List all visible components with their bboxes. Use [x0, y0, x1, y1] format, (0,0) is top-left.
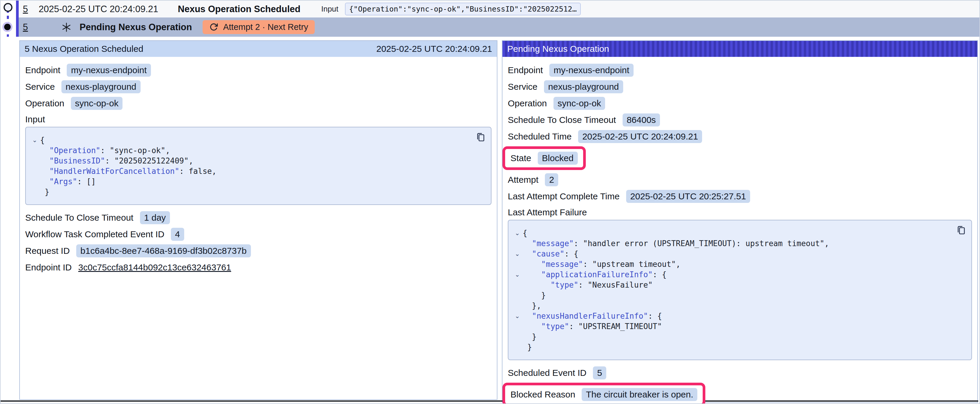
code-line: ⌄ "applicationFailureInfo": {	[512, 269, 951, 280]
field-attempt: Attempt2	[508, 173, 972, 187]
code-text: "nexusHandlerFailureInfo": {	[523, 311, 662, 322]
collapse-chevron-icon[interactable]: ⌄	[29, 135, 40, 146]
field-schedule-to-close-timeout: Schedule To Close Timeout86400s	[508, 113, 972, 127]
copy-icon[interactable]	[475, 131, 486, 143]
json-key: "message"	[523, 260, 583, 269]
field-value-badge: nexus-playground	[544, 80, 623, 93]
code-line: ⌄ "cause": {	[512, 249, 951, 259]
json-key: "cause"	[523, 249, 565, 258]
code-text: "cause": {	[523, 249, 578, 259]
field-endpoint-id: Endpoint ID3c0c75ccfa8144b092c13ce632463…	[25, 261, 492, 274]
event-name: Nexus Operation Scheduled	[178, 4, 301, 14]
failure-section-label: Last Attempt Failure	[508, 208, 972, 217]
failure-json-lines: ⌄{ "message": "handler error (UPSTREAM_T…	[512, 228, 951, 352]
code-line: }	[512, 332, 951, 342]
field-label: Service	[25, 82, 55, 92]
code-text: }	[523, 342, 532, 352]
annotation-highlight-state: StateBlocked	[503, 146, 586, 170]
input-section-label: Input	[25, 114, 492, 124]
field-value-badge: sync-op-ok	[71, 97, 123, 110]
pending-card-body: Endpointmy-nexus-endpointServicenexus-pl…	[503, 57, 977, 404]
scheduled-fields-top: Endpointmy-nexus-endpointServicenexus-pl…	[25, 63, 492, 110]
collapse-chevron-icon[interactable]: ⌄	[512, 249, 523, 259]
event-row-pending[interactable]: 5 Pending Nexus Operation	[19, 17, 979, 37]
pending-asterisk-icon	[61, 22, 72, 33]
field-workflow-task-completed-event-id: Workflow Task Completed Event ID4	[25, 228, 492, 241]
annotation-highlight-blocked-reason: Blocked ReasonThe circuit breaker is ope…	[503, 383, 705, 404]
code-text: {	[40, 135, 45, 146]
code-line: "Args": []	[29, 176, 470, 187]
code-line: ⌄{	[29, 135, 470, 146]
input-preview-badge[interactable]: {"Operation":"sync-op-ok","BusinessID":"…	[345, 3, 581, 16]
field-schedule-to-close-timeout: Schedule To Close Timeout1 day	[25, 211, 492, 225]
json-key: "Args"	[40, 177, 77, 186]
retry-icon	[209, 22, 218, 32]
field-label: Blocked Reason	[511, 390, 575, 399]
code-line: "BusinessID": "20250225122409",	[29, 156, 470, 166]
retry-attempt-text: Attempt 2 · Next Retry	[223, 22, 308, 32]
timeline-dashed-connector	[7, 10, 9, 37]
field-request-id: Request IDb1c6a4bc-8ee7-468a-9169-df3b02…	[25, 244, 492, 258]
code-line: "HandlerWaitForCancellation": false,	[29, 166, 470, 176]
pending-fields-top: Endpointmy-nexus-endpointServicenexus-pl…	[508, 63, 972, 203]
input-json-viewer: ⌄{ "Operation": "sync-op-ok", "BusinessI…	[25, 127, 492, 205]
rows-container: 5 2025-02-25 UTC 20:24:09.21 Nexus Opera…	[19, 1, 979, 37]
input-label: Input	[321, 5, 339, 14]
code-text: "Operation": "sync-op-ok",	[40, 146, 170, 156]
field-endpoint: Endpointmy-nexus-endpoint	[25, 63, 492, 77]
field-label: Operation	[508, 98, 547, 108]
field-operation: Operationsync-op-ok	[508, 97, 972, 110]
collapse-chevron-icon[interactable]: ⌄	[512, 311, 523, 322]
scheduled-card-header: 5 Nexus Operation Scheduled 2025-02-25 U…	[20, 41, 497, 57]
scheduled-card-title: 5 Nexus Operation Scheduled	[25, 44, 143, 54]
code-line: }	[512, 342, 951, 352]
field-service: Servicenexus-playground	[25, 80, 492, 93]
copy-icon[interactable]	[955, 225, 967, 236]
json-key: "BusinessID"	[40, 156, 105, 165]
field-scheduled-event-id: Scheduled Event ID5	[508, 366, 972, 380]
event-history-rows: 5 2025-02-25 UTC 20:24:09.21 Nexus Opera…	[1, 1, 979, 37]
field-label: Endpoint	[508, 65, 543, 75]
event-detail-panels: 5 Nexus Operation Scheduled 2025-02-25 U…	[19, 40, 979, 403]
code-text: }	[523, 332, 536, 342]
code-line: }	[29, 187, 470, 197]
field-value-link[interactable]: 3c0c75ccfa8144b092c13ce632463761	[78, 262, 231, 273]
code-text: {	[523, 228, 527, 238]
pending-operation-card: Pending Nexus Operation Endpointmy-nexus…	[502, 40, 978, 403]
code-line: "message": "upstream timeout",	[512, 259, 951, 269]
code-text: "BusinessID": "20250225122409",	[40, 156, 193, 166]
json-key: "nexusHandlerFailureInfo"	[523, 312, 648, 320]
field-value-badge: The circuit breaker is open.	[582, 388, 697, 401]
field-value-badge: 2025-02-25 UTC 20:25:27.51	[626, 190, 750, 203]
field-state: StateBlocked	[508, 146, 972, 170]
code-text: }	[523, 290, 546, 301]
field-label: Service	[508, 82, 538, 92]
field-value-badge: b1c6a4bc-8ee7-468a-9169-df3b02c8737b	[76, 244, 251, 257]
pending-card-header: Pending Nexus Operation	[503, 41, 977, 57]
collapse-chevron-icon[interactable]: ⌄	[512, 269, 523, 280]
json-key: "message"	[523, 239, 574, 248]
event-timestamp: 2025-02-25 UTC 20:24:09.21	[38, 4, 158, 14]
code-line: }	[512, 290, 951, 301]
pending-fields-bottom: Scheduled Event ID5Blocked ReasonThe cir…	[508, 366, 972, 404]
retry-attempt-badge: Attempt 2 · Next Retry	[203, 20, 315, 34]
code-text: }	[40, 187, 49, 197]
event-row-scheduled[interactable]: 5 2025-02-25 UTC 20:24:09.21 Nexus Opera…	[19, 1, 979, 17]
field-last-attempt-complete-time: Last Attempt Complete Time2025-02-25 UTC…	[508, 190, 972, 203]
timeline-gutter	[1, 1, 17, 37]
field-label: Last Attempt Complete Time	[508, 191, 620, 201]
json-key: "Operation"	[40, 146, 100, 155]
code-line: },	[512, 301, 951, 311]
field-value-badge: 2	[545, 173, 558, 186]
collapse-chevron-icon[interactable]: ⌄	[512, 228, 523, 238]
field-value-badge: Blocked	[538, 152, 578, 165]
event-id-link[interactable]: 5	[23, 22, 28, 33]
field-label: Schedule To Close Timeout	[25, 213, 134, 223]
scheduled-card-body: Endpointmy-nexus-endpointServicenexus-pl…	[20, 57, 497, 274]
field-value-badge: 5	[593, 366, 606, 379]
event-id-link[interactable]: 5	[23, 4, 28, 14]
json-key: "HandlerWaitForCancellation"	[40, 167, 180, 176]
failure-json-viewer: ⌄{ "message": "handler error (UPSTREAM_T…	[508, 220, 972, 360]
json-key: "applicationFailureInfo"	[523, 270, 652, 279]
code-text: },	[523, 301, 541, 311]
